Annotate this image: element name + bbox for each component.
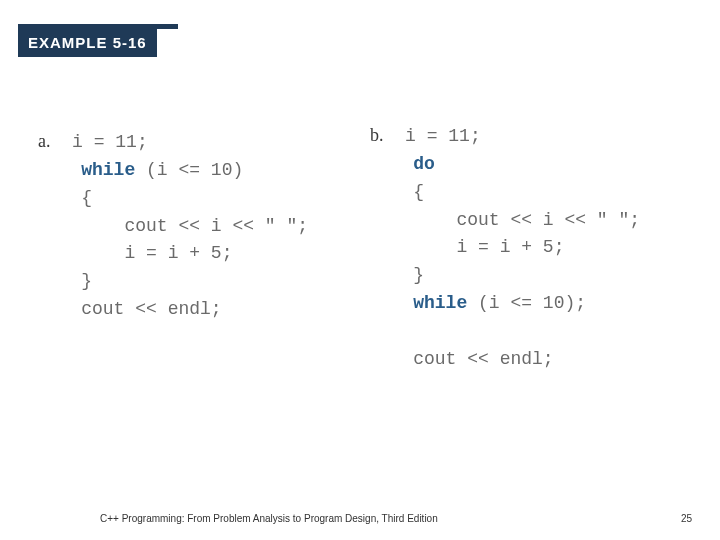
code-b-l6: } <box>413 265 424 285</box>
code-b-l9: cout << endl; <box>413 349 553 369</box>
code-a-l2: (i <= 10) <box>135 160 243 180</box>
code-a-l7: cout << endl; <box>81 299 221 319</box>
code-a-l5: i = i + 5; <box>81 243 232 263</box>
keyword-while-a: while <box>81 160 135 180</box>
code-column-a: a. i = 11; while (i <= 10) { cout << i <… <box>38 100 308 324</box>
code-a-l6: } <box>81 271 92 291</box>
code-b-l1: i = 11; <box>405 126 481 146</box>
code-b-l3: { <box>413 182 424 202</box>
example-header: EXAMPLE 5-16 <box>18 28 157 57</box>
label-b: b. <box>370 125 384 145</box>
keyword-do-b: do <box>413 154 435 174</box>
code-a-l4: cout << i << " "; <box>81 216 308 236</box>
code-b-l7: (i <= 10); <box>467 293 586 313</box>
footer-page-number: 25 <box>681 513 692 524</box>
code-a-l1: i = 11; <box>72 132 148 152</box>
label-a: a. <box>38 131 51 151</box>
code-b-l4: cout << i << " "; <box>413 210 640 230</box>
footer-title: C++ Programming: From Problem Analysis t… <box>100 513 438 524</box>
keyword-while-b: while <box>413 293 467 313</box>
code-b-l5: i = i + 5; <box>413 237 564 257</box>
code-a-l3: { <box>81 188 92 208</box>
example-badge: EXAMPLE 5-16 <box>18 28 157 57</box>
code-column-b: b. i = 11; do { cout << i << " "; i = i … <box>370 94 640 374</box>
